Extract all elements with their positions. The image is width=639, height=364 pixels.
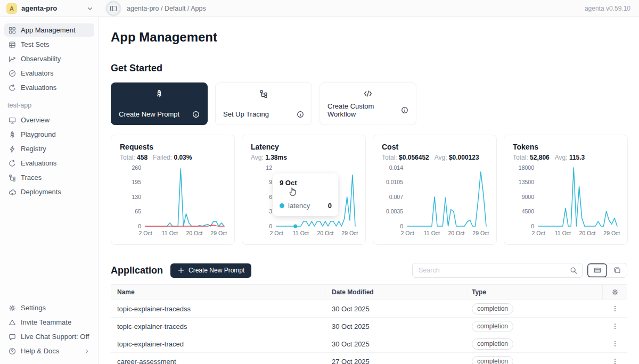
info-icon[interactable] [297, 111, 304, 118]
get-started-card-create-custom-workflow[interactable]: Create Custom Workflow [320, 82, 416, 125]
row-menu-button[interactable] [603, 340, 627, 348]
row-menu-button[interactable] [603, 322, 627, 330]
card-view-icon [613, 267, 621, 274]
sidebar-item-help-docs[interactable]: Help & Docs [4, 344, 94, 358]
table-view-button[interactable] [587, 263, 607, 277]
info-icon[interactable] [192, 111, 200, 118]
card-view-button[interactable] [607, 263, 627, 277]
svg-text:65: 65 [135, 208, 141, 214]
sidebar-item-label: Playground [21, 130, 56, 138]
chart-stats: Avg: 1.38ms [251, 154, 357, 161]
type-badge: completion [472, 338, 513, 350]
sidebar-item-test-sets[interactable]: Test Sets [4, 38, 94, 51]
svg-text:13500: 13500 [519, 179, 534, 185]
svg-text:20 Oct: 20 Oct [317, 230, 333, 236]
app-version: agenta v0.59.10 [585, 5, 639, 12]
get-started-card-create-new-prompt[interactable]: Create New Prompt [111, 82, 208, 125]
sidebar-item-deployments[interactable]: Deployments [4, 185, 94, 198]
app-type: completion [465, 321, 603, 332]
sidebar-item-live-chat-support-off[interactable]: Live Chat Support: Off [4, 330, 94, 343]
tooltip-value: 0 [328, 202, 332, 210]
sidebar-collapse-button[interactable] [106, 2, 120, 15]
table-settings-button[interactable] [603, 285, 627, 300]
svg-text:29 Oct: 29 Oct [603, 230, 620, 236]
get-started-card-set-up-tracing[interactable]: Set Up Tracing [215, 82, 312, 125]
sidebar-item-registry[interactable]: Registry [4, 142, 94, 155]
type-badge: completion [472, 321, 513, 332]
sidebar-item-evaluators[interactable]: Evaluators [4, 67, 94, 80]
series-dot-icon [280, 203, 284, 208]
table-row[interactable]: career-assessment27 Oct 2025completion [111, 353, 627, 364]
chart-title: Tokens [513, 143, 619, 151]
workspace-selector[interactable]: A agenta-pro [0, 3, 99, 14]
application-header: Application Create New Prompt [111, 263, 627, 278]
table-row[interactable]: topic-explainer-traced30 Oct 2025complet… [111, 335, 627, 353]
column-header-type[interactable]: Type [465, 285, 603, 300]
gear-icon [9, 304, 16, 312]
table-row[interactable]: topic-explainer-traceds30 Oct 2025comple… [111, 318, 627, 335]
chart-card-cost: CostTotal: $0.056452Avg: $0.0001230.0140… [373, 135, 497, 245]
svg-text:0.014: 0.014 [389, 164, 403, 171]
svg-text:0: 0 [400, 223, 403, 229]
svg-text:2 Oct: 2 Oct [400, 230, 414, 236]
svg-text:0.0035: 0.0035 [386, 208, 403, 214]
sidebar-main-nav: App ManagementTest SetsObservabilityEval… [4, 23, 94, 95]
search-box[interactable] [412, 263, 583, 278]
topbar: A agenta-pro agenta-pro / Default / Apps… [0, 0, 639, 17]
sidebar-item-traces[interactable]: Traces [4, 171, 94, 184]
chart-plot-requests[interactable]: 2601951306502 Oct11 Oct20 Oct29 Oct [120, 163, 227, 238]
svg-text:11 Oct: 11 Oct [555, 230, 571, 236]
sidebar-item-label: Overview [21, 116, 50, 124]
app-name[interactable]: topic-explainer-traced [111, 340, 325, 348]
rocket-icon [9, 131, 16, 138]
table-body: topic-explainer-tracedss30 Oct 2025compl… [111, 300, 627, 364]
create-new-prompt-button[interactable]: Create New Prompt [170, 263, 251, 278]
sidebar-item-invite-teammate[interactable]: Invite Teammate [4, 316, 94, 329]
panel-left-icon [110, 5, 117, 12]
sidebar-item-evaluations[interactable]: Evaluations [4, 81, 94, 94]
card-label: Create Custom Workflow [327, 102, 401, 118]
sidebar-item-observability[interactable]: Observability [4, 52, 94, 65]
svg-text:29 Oct: 29 Oct [472, 230, 489, 236]
svg-text:9000: 9000 [522, 194, 535, 200]
svg-text:0: 0 [269, 223, 272, 229]
monitor-icon [9, 117, 16, 124]
svg-text:20 Oct: 20 Oct [579, 230, 595, 236]
row-menu-button[interactable] [603, 305, 627, 312]
svg-text:260: 260 [132, 164, 141, 171]
chart-card-tokens: TokensTotal: 52,806Avg: 115.318000135009… [504, 135, 628, 245]
app-name[interactable]: topic-explainer-tracedss [111, 305, 325, 313]
get-started-cards: Create New PromptSet Up TracingCreate Cu… [111, 82, 627, 125]
sidebar-item-settings[interactable]: Settings [4, 301, 94, 315]
info-icon[interactable] [401, 106, 408, 114]
hierarchy-icon [9, 174, 16, 181]
row-menu-button[interactable] [603, 358, 627, 364]
sidebar-item-overview[interactable]: Overview [4, 113, 94, 127]
sidebar-item-label: Registry [21, 145, 46, 153]
column-header-name[interactable]: Name [111, 285, 325, 300]
svg-text:0: 0 [531, 223, 534, 229]
sidebar-item-app-management[interactable]: App Management [4, 23, 94, 37]
column-header-date-modified[interactable]: Date Modified [325, 285, 465, 300]
sidebar-item-label: Test Sets [21, 40, 49, 48]
project-label: test-app [4, 95, 94, 113]
hierarchy-icon [223, 89, 304, 98]
search-icon[interactable] [570, 267, 577, 274]
code-icon [327, 89, 408, 98]
chart-plot-cost[interactable]: 0.0140.01050.0070.003502 Oct11 Oct20 Oct… [382, 163, 489, 238]
chart-title: Cost [382, 143, 488, 151]
search-input[interactable] [417, 266, 570, 275]
sidebar-item-playground[interactable]: Playground [4, 128, 94, 141]
tooltip-series-name: latency [288, 202, 310, 210]
table-row[interactable]: topic-explainer-tracedss30 Oct 2025compl… [111, 300, 627, 318]
chart-stats: Total: $0.056452Avg: $0.000123 [382, 154, 488, 161]
app-date-modified: 27 Oct 2025 [325, 358, 465, 364]
app-name[interactable]: topic-explainer-traceds [111, 322, 325, 330]
table-header: Name Date Modified Type [111, 285, 627, 300]
app-name[interactable]: career-assessment [111, 358, 325, 364]
sidebar-item-label: Deployments [21, 188, 61, 196]
svg-text:2 Oct: 2 Oct [269, 230, 283, 236]
chart-plot-tokens[interactable]: 18000135009000450002 Oct11 Oct20 Oct29 O… [513, 163, 620, 238]
application-title: Application [111, 265, 163, 276]
sidebar-item-evaluations[interactable]: Evaluations [4, 156, 94, 170]
